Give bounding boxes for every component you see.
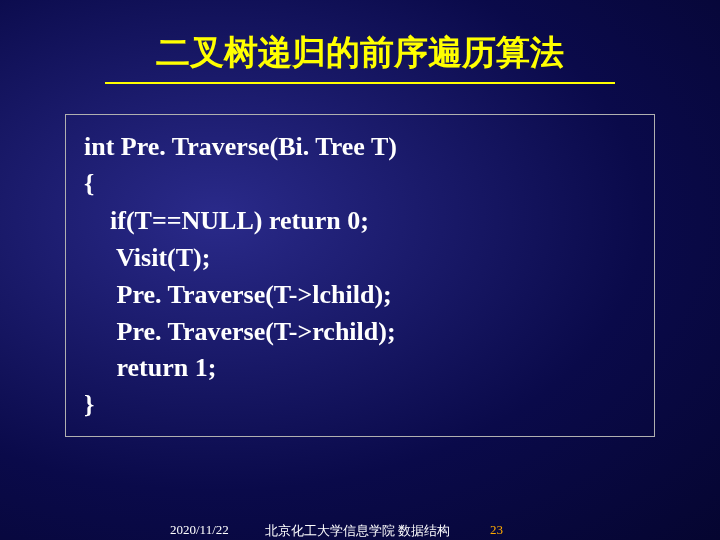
code-line-5: Pre. Traverse(T->lchild); bbox=[84, 277, 636, 314]
code-line-1: int Pre. Traverse(Bi. Tree T) bbox=[84, 129, 636, 166]
footer-center: 北京化工大学信息学院 数据结构 bbox=[265, 522, 450, 540]
footer-page-number: 23 bbox=[490, 522, 503, 538]
code-line-7: return 1; bbox=[84, 350, 636, 387]
code-box: int Pre. Traverse(Bi. Tree T) { if(T==NU… bbox=[65, 114, 655, 437]
code-line-6: Pre. Traverse(T->rchild); bbox=[84, 314, 636, 351]
code-line-2: { bbox=[84, 166, 636, 203]
title-underline bbox=[105, 82, 615, 84]
code-line-4: Visit(T); bbox=[84, 240, 636, 277]
slide-title: 二叉树递归的前序遍历算法 bbox=[0, 0, 720, 80]
code-line-3: if(T==NULL) return 0; bbox=[84, 203, 636, 240]
code-line-8: } bbox=[84, 387, 636, 424]
footer-date: 2020/11/22 bbox=[170, 522, 229, 538]
